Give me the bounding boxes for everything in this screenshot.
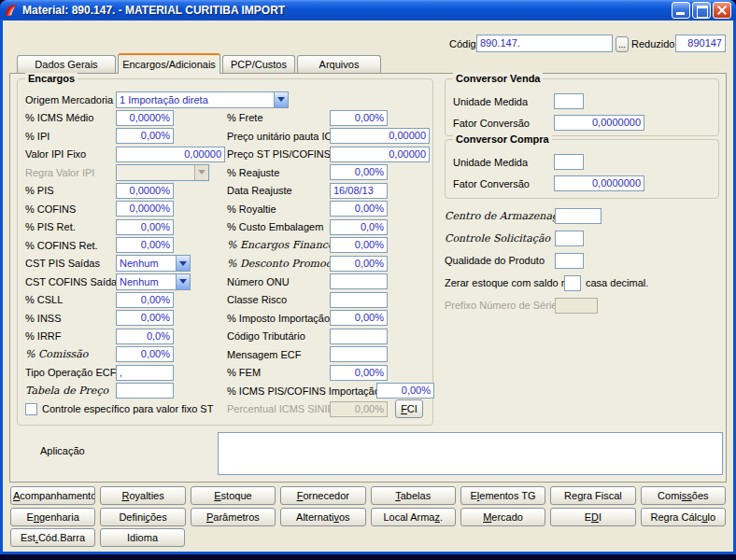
tab-pcp-custos[interactable]: PCP/Custos bbox=[222, 55, 295, 73]
form-row: Centro de Armazenagem bbox=[445, 204, 648, 227]
close-button[interactable] bbox=[713, 2, 731, 19]
numero-onu-label: Número ONU bbox=[227, 276, 330, 287]
definicoes-button[interactable]: Definições bbox=[100, 508, 185, 526]
zerar-estoque-com-saldo-na-input[interactable] bbox=[564, 275, 581, 291]
classe-risco-input[interactable] bbox=[330, 292, 388, 308]
cofins-ret-input[interactable]: 0,00% bbox=[116, 237, 174, 253]
select-value: Nenhum bbox=[117, 274, 176, 289]
royaltie-input[interactable]: 0,00% bbox=[330, 201, 388, 217]
data-reajuste-label: Data Reajuste bbox=[227, 185, 330, 196]
fornecedor-button[interactable]: Fornecedor bbox=[280, 486, 365, 505]
conversor-compra-rows: Unidade MedidaFator Conversão0,0000000 bbox=[453, 151, 713, 194]
controle-especifico-para-valor-fixo-st-checkbox[interactable] bbox=[25, 403, 37, 415]
est-cod-barra-button[interactable]: Est.Cód.Barra bbox=[10, 528, 95, 547]
casa-decimal-label: casa decimal. bbox=[586, 277, 648, 288]
local-armaz-button[interactable]: Local Armaz. bbox=[371, 508, 456, 526]
tabela-de-preco-input[interactable] bbox=[116, 383, 174, 399]
comissoes-button[interactable]: Comissões bbox=[641, 486, 726, 505]
origem-mercadoria-label: Origem Mercadoria bbox=[25, 94, 116, 105]
codigo-tributario-input[interactable] bbox=[330, 329, 388, 344]
origem-mercadoria-select[interactable]: 1 Importação direta bbox=[116, 91, 289, 108]
aplicacao-textarea[interactable] bbox=[218, 432, 723, 475]
unidade-medida-input[interactable] bbox=[554, 93, 584, 109]
imposto-importacao-input[interactable]: 0,00% bbox=[330, 310, 388, 326]
fator-conversao-input[interactable]: 0,0000000 bbox=[554, 115, 644, 131]
edi-button[interactable]: EDI bbox=[550, 508, 635, 526]
encargos-financeiros-input[interactable]: 0,00% bbox=[330, 237, 388, 253]
icms-medio-input[interactable]: 0,0000% bbox=[116, 110, 174, 126]
chevron-down-icon bbox=[176, 274, 190, 289]
mensagem-ecf-input[interactable] bbox=[330, 346, 388, 362]
icms-pis-cofins-importacao-input[interactable]: 0,00% bbox=[376, 383, 434, 399]
codigo-input[interactable]: 890.147. bbox=[476, 35, 613, 52]
idioma-button[interactable]: Idioma bbox=[100, 528, 185, 547]
cst-cofins-saidas-select[interactable]: Nenhum bbox=[116, 273, 191, 290]
tipo-operacao-ecf-input[interactable]: , bbox=[116, 365, 174, 381]
pis-ret-input[interactable]: 0,00% bbox=[116, 219, 174, 235]
desconto-promocional-input[interactable]: 0,00% bbox=[330, 256, 388, 272]
regra-fiscal-button[interactable]: Regra Fiscal bbox=[550, 486, 635, 505]
controle-especifico-para-valor-fixo-st-checkbox-label: Controle específico para valor fixo ST bbox=[42, 403, 213, 414]
chevron-down-icon bbox=[176, 256, 190, 271]
reduzido-input[interactable]: 890147 bbox=[675, 35, 726, 52]
fem-input[interactable]: 0,00% bbox=[330, 365, 388, 381]
ipi-label: % IPI bbox=[25, 131, 116, 142]
qualidade-do-produto-input[interactable] bbox=[555, 253, 584, 269]
elementos-tg-button[interactable]: Elementos TG bbox=[460, 486, 545, 505]
codigo-browse-button[interactable]: ... bbox=[616, 36, 629, 52]
data-reajuste-input[interactable]: 16/08/13 bbox=[330, 183, 388, 199]
form-row: Unidade Medida bbox=[453, 91, 713, 112]
cst-pis-saidas-label: CST PIS Saídas bbox=[25, 258, 116, 269]
preco-unitario-pauta-icms-input[interactable]: 0,00000 bbox=[330, 128, 430, 144]
form-row: Fator Conversão0,0000000 bbox=[453, 173, 713, 194]
material-window: Material: 890.147. - MATERIAL CURITIBA I… bbox=[0, 0, 736, 554]
maximize-button[interactable] bbox=[692, 2, 711, 19]
tab-strip: Dados Gerais Encargos/Adicionais PCP/Cus… bbox=[17, 52, 383, 73]
minimize-button[interactable] bbox=[672, 2, 690, 19]
encargos-financeiros-label: % Encargos Financeiros bbox=[227, 239, 330, 251]
frete-input[interactable]: 0,00% bbox=[330, 110, 388, 126]
form-row: Zerar estoque com saldo nacasa decimal. bbox=[445, 272, 648, 294]
select-value: 1 Importação direta bbox=[117, 92, 274, 107]
irrf-input[interactable]: 0,0% bbox=[116, 329, 174, 344]
ipi-input[interactable]: 0,00% bbox=[116, 128, 174, 144]
prefixo-numero-de-serie-label: Prefixo Número de Série bbox=[445, 300, 555, 311]
comissao-label: % Comissão bbox=[25, 348, 116, 360]
cst-pis-saidas-select[interactable]: Nenhum bbox=[116, 255, 191, 272]
parametros-button[interactable]: Parâmetros bbox=[191, 508, 276, 526]
centro-de-armazenagem-input[interactable] bbox=[555, 208, 602, 224]
mercado-button[interactable]: Mercado bbox=[460, 508, 545, 526]
fator-conversao-input[interactable]: 0,0000000 bbox=[554, 175, 644, 191]
custo-embalagem-input[interactable]: 0,0% bbox=[330, 219, 388, 235]
numero-onu-input[interactable] bbox=[330, 273, 388, 289]
tabelas-button[interactable]: Tabelas bbox=[371, 486, 456, 505]
csll-label: % CSLL bbox=[25, 294, 116, 305]
controle-solicitacao-input[interactable] bbox=[555, 231, 584, 246]
royaltie-label: % Royaltie bbox=[227, 203, 330, 215]
tab-arquivos[interactable]: Arquivos bbox=[297, 55, 381, 73]
royalties-button[interactable]: Royalties bbox=[100, 486, 185, 505]
tab-dados-gerais[interactable]: Dados Gerais bbox=[17, 55, 116, 73]
estoque-button[interactable]: Estoque bbox=[191, 486, 276, 505]
preco-st-pis-cofins-input[interactable]: 0,00000 bbox=[330, 147, 430, 162]
title-bar[interactable]: Material: 890.147. - MATERIAL CURITIBA I… bbox=[0, 0, 736, 21]
csll-input[interactable]: 0,00% bbox=[116, 292, 174, 308]
preco-unitario-pauta-icms-label: Preço unitário pauta ICMS bbox=[227, 131, 330, 142]
form-row: Prefixo Número de Série bbox=[445, 294, 648, 316]
inss-input[interactable]: 0,00% bbox=[116, 310, 174, 326]
reajuste-input[interactable]: 0,00% bbox=[330, 164, 388, 180]
tab-encargos-adicionais[interactable]: Encargos/Adicionais bbox=[118, 53, 220, 74]
engenharia-button[interactable]: Engenharia bbox=[10, 508, 95, 526]
cofins-input[interactable]: 0,0000% bbox=[116, 201, 174, 217]
pis-input[interactable]: 0,0000% bbox=[116, 183, 174, 199]
chevron-down-icon bbox=[194, 165, 208, 180]
valor-ipi-fixo-input[interactable]: 0,00000 bbox=[116, 147, 225, 162]
regra-calculo-button[interactable]: Regra Cálculo bbox=[641, 508, 726, 526]
alternativos-button[interactable]: Alternativos bbox=[280, 508, 365, 526]
unidade-medida-input[interactable] bbox=[554, 154, 584, 170]
centro-de-armazenagem-label: Centro de Armazenagem bbox=[445, 210, 555, 222]
form-row: % Royaltie0,00% bbox=[227, 200, 434, 218]
acompanhamento-button[interactable]: Acompanhamento bbox=[10, 486, 95, 505]
comissao-input[interactable]: 0,00% bbox=[116, 346, 174, 362]
form-row: % Imposto Importação0,00% bbox=[227, 309, 434, 328]
